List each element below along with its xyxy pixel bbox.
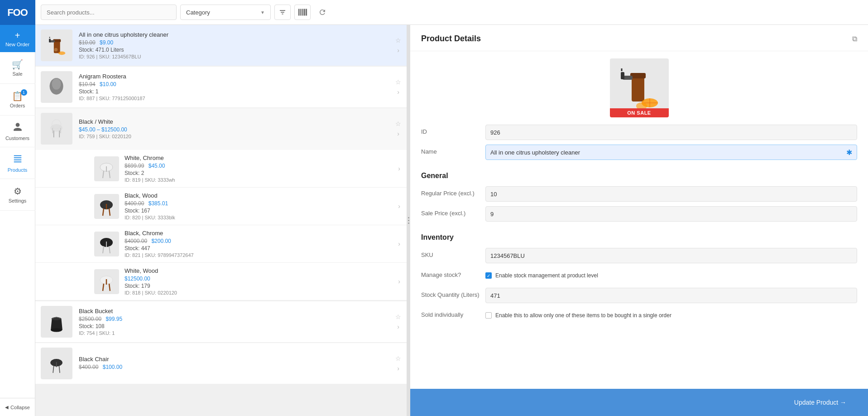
price-sale-2: $10.00 (100, 81, 116, 87)
chevron-right-button-5[interactable]: › (397, 365, 399, 372)
chevron-right-button-2[interactable]: › (397, 88, 399, 96)
variant-name-white-wood: White, Wood (125, 267, 394, 274)
svg-rect-23 (53, 131, 54, 137)
id-row: ID 926 (421, 125, 857, 140)
product-stock-4: Stock: 108 (79, 323, 392, 329)
panel-divider[interactable] (407, 25, 410, 416)
sidebar-collapse-label: Collapse (10, 405, 30, 410)
barcode-button[interactable] (294, 5, 311, 20)
variant-item-white-wood[interactable]: White, Wood $12500.00 Stock: 179 ID: 818… (35, 263, 407, 300)
svg-rect-11 (306, 9, 306, 16)
star-button-4[interactable]: ☆ (395, 313, 401, 320)
price-sale-4: $99.95 (106, 316, 122, 322)
regular-price-value[interactable]: 10 (485, 186, 857, 202)
sku-value[interactable]: 1234567BLU (485, 248, 857, 263)
regular-price-row: Regular Price (excl.) 10 (421, 186, 857, 202)
general-title: General (421, 172, 857, 180)
name-value[interactable]: All in one citrus upholstery cleaner ✱ (485, 145, 857, 160)
variant-actions-white-chrome: › (398, 165, 400, 172)
id-value: 926 (485, 125, 857, 140)
product-item-4[interactable]: Black Bucket $2500.00 $99.95 Stock: 108 … (35, 301, 407, 342)
variant-actions-black-chrome: › (398, 240, 400, 247)
product-item-3-header[interactable]: Black / White $45.00 – $12500.00 ID: 759… (35, 108, 407, 149)
new-order-label: New Order (5, 42, 29, 47)
svg-point-44 (52, 317, 62, 320)
category-select[interactable]: Category ▼ (180, 5, 271, 20)
product-name-3: Black / White (79, 118, 392, 125)
svg-rect-8 (302, 9, 303, 16)
svg-rect-7 (302, 9, 302, 16)
product-info-3: Black / White $45.00 – $12500.00 ID: 759… (79, 118, 392, 139)
variant-id-black-chrome: ID: 821 | SKU: 9789947372647 (125, 252, 394, 258)
svg-rect-3 (14, 161, 21, 162)
product-name-4: Black Bucket (79, 308, 392, 314)
chevron-right-button-1[interactable]: › (397, 47, 399, 54)
svg-point-18 (54, 48, 58, 52)
variant-chevron-white-chrome[interactable]: › (398, 165, 400, 172)
refresh-button[interactable] (314, 5, 331, 20)
sold-individually-label: Sold individually (421, 308, 480, 318)
divider-dot (408, 220, 409, 221)
variant-prices-black-wood: $400.00 $385.01 (125, 200, 394, 207)
sidebar-collapse-button[interactable]: ◀ Collapse (0, 398, 35, 416)
svg-rect-13 (54, 41, 60, 53)
filter-button[interactable] (274, 5, 291, 20)
variant-prices-white-chrome: $699.99 $45.00 (125, 163, 394, 169)
star-button-2[interactable]: ☆ (395, 78, 401, 86)
product-item-2[interactable]: Anigram Roostera $10.94 $10.00 Stock: 1 … (35, 67, 407, 107)
divider-dot (408, 223, 409, 224)
toolbar: Category ▼ (35, 0, 868, 25)
sidebar-item-customers[interactable]: Customers (0, 116, 35, 147)
svg-rect-9 (304, 9, 304, 16)
update-product-button[interactable]: Update Product → (783, 394, 857, 411)
product-id-2: ID: 887 | SKU: 779125000187 (79, 96, 392, 101)
product-thumb-3 (41, 113, 72, 145)
variant-price-orig-black-wood: $400.00 (125, 200, 144, 207)
external-link-icon[interactable]: ⧉ (852, 35, 857, 43)
customers-icon (13, 122, 23, 134)
star-button-1[interactable]: ☆ (395, 37, 401, 44)
variant-item-black-chrome[interactable]: Black, Chrome $4000.00 $200.00 Stock: 44… (35, 225, 407, 263)
svg-rect-1 (14, 157, 21, 158)
sidebar-item-sale[interactable]: 🛒 Sale (0, 52, 35, 84)
manage-stock-checkbox[interactable] (485, 272, 492, 279)
product-id-section: ID 926 Name All in one citrus upholstery… (410, 125, 868, 172)
product-item-5[interactable]: Black Chair $400.00 $100.00 ☆ › (35, 343, 407, 384)
variant-chevron-black-chrome[interactable]: › (398, 240, 400, 247)
stock-qty-row: Stock Quantity (Liters) 471 (421, 288, 857, 303)
sidebar-item-settings[interactable]: ⚙ Settings (0, 179, 35, 211)
variant-item-white-chrome[interactable]: White, Chrome $699.99 $45.00 Stock: 2 ID… (35, 150, 407, 188)
chevron-right-button-4[interactable]: › (397, 323, 399, 330)
search-input[interactable] (41, 5, 177, 20)
sidebar-item-label-settings: Settings (9, 198, 27, 203)
sidebar-item-orders[interactable]: 1 📋 Orders (0, 84, 35, 116)
panel-spacer (410, 335, 868, 389)
stock-qty-value[interactable]: 471 (485, 288, 857, 303)
variant-info-black-wood: Black, Wood $400.00 $385.01 Stock: 167 I… (125, 192, 394, 220)
star-button-3[interactable]: ☆ (395, 120, 401, 127)
variant-thumb-black-wood (94, 194, 119, 219)
variant-chevron-black-wood[interactable]: › (398, 203, 400, 210)
id-label: ID (421, 125, 480, 135)
product-image-area: ON SALE (410, 51, 868, 125)
product-item-1[interactable]: All in one citrus upholstery cleaner $10… (35, 25, 407, 66)
product-actions-1: ☆ › (395, 37, 401, 54)
variant-id-black-wood: ID: 820 | SKU: 3333blk (125, 215, 394, 220)
sidebar: FOO + New Order 🛒 Sale 1 📋 Orders Custom… (0, 0, 35, 416)
orders-badge: 1 (21, 89, 27, 96)
new-order-button[interactable]: + New Order (0, 25, 35, 52)
chevron-right-button-3[interactable]: › (397, 130, 399, 137)
variant-price-sale-black-wood: $385.01 (149, 200, 168, 207)
svg-rect-54 (621, 72, 624, 79)
sale-price-value[interactable]: 9 (485, 206, 857, 222)
sold-individually-checkbox[interactable] (485, 312, 492, 319)
variant-actions-black-wood: › (398, 203, 400, 210)
star-button-5[interactable]: ☆ (395, 355, 401, 362)
sidebar-item-products[interactable]: Products (0, 147, 35, 179)
variant-price-orig-white-chrome: $699.99 (125, 163, 144, 169)
plus-icon: + (15, 30, 20, 41)
chevron-down-icon: ▼ (260, 10, 265, 15)
product-info-5: Black Chair $400.00 $100.00 (79, 356, 392, 371)
variant-item-black-wood[interactable]: Black, Wood $400.00 $385.01 Stock: 167 I… (35, 188, 407, 225)
variant-chevron-white-wood[interactable]: › (398, 278, 400, 285)
